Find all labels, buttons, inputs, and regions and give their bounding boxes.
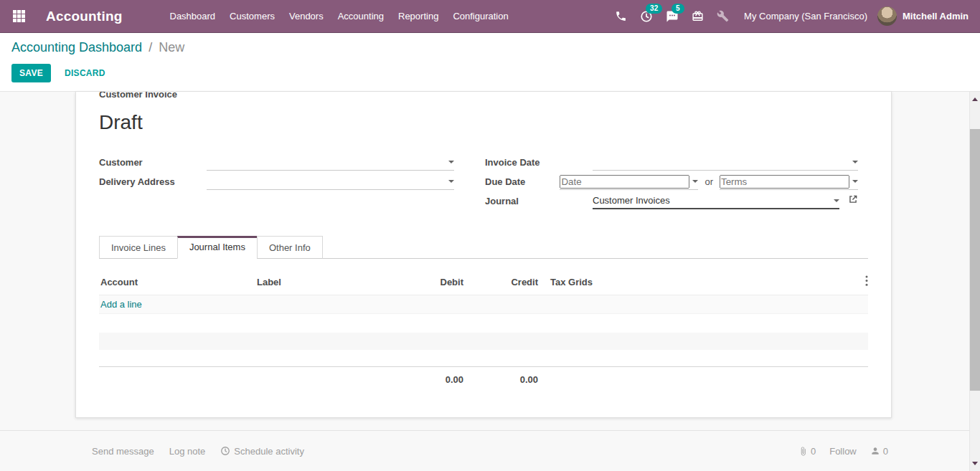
developer-tools-button[interactable]	[710, 10, 735, 22]
gift-icon	[692, 10, 704, 22]
journal-external-link-icon[interactable]	[848, 194, 858, 207]
menu-item-accounting[interactable]: Accounting	[331, 1, 391, 32]
invoice-date-field	[593, 154, 858, 171]
column-header-account: Account	[99, 277, 257, 287]
menu-item-configuration[interactable]: Configuration	[446, 1, 515, 32]
journal-input[interactable]	[593, 195, 831, 206]
delivery-address-field	[207, 173, 454, 190]
journal-dropdown-caret[interactable]	[834, 199, 839, 202]
payment-terms-dropdown-caret[interactable]	[852, 180, 858, 183]
customer-input[interactable]	[207, 157, 446, 168]
customer-dropdown-caret[interactable]	[448, 161, 454, 163]
app-name[interactable]: Accounting	[46, 9, 123, 24]
paperclip-icon	[798, 447, 808, 456]
notebook-tabs: Invoice Lines Journal Items Other Info	[99, 236, 868, 259]
customer-field	[207, 154, 454, 171]
optional-columns-kebab-icon[interactable]	[854, 275, 868, 288]
wrench-icon	[717, 10, 729, 22]
company-switcher[interactable]: My Company (San Francisco)	[744, 11, 867, 22]
total-debit: 0.00	[372, 374, 463, 385]
vertical-scrollbar	[969, 92, 980, 471]
total-credit: 0.00	[463, 374, 538, 385]
attachment-count: 0	[811, 446, 816, 457]
invoice-date-dropdown-caret[interactable]	[852, 161, 858, 163]
table-row: Add a line	[99, 295, 868, 314]
delivery-address-dropdown-caret[interactable]	[448, 180, 454, 183]
journal-field	[593, 193, 839, 209]
follow-button[interactable]: Follow	[829, 446, 857, 457]
systray: 32 5	[608, 10, 735, 23]
user-name: Mitchell Admin	[903, 11, 969, 22]
due-date-input[interactable]	[560, 175, 689, 189]
menu-item-customers[interactable]: Customers	[222, 1, 282, 32]
schedule-clock-icon	[220, 446, 230, 456]
journal-items-table: Account Label Debit Credit Tax Grids Add…	[99, 270, 868, 385]
table-header-row: Account Label Debit Credit Tax Grids	[99, 270, 868, 295]
person-icon	[870, 446, 880, 456]
chatter: Send message Log note Schedule activity …	[0, 430, 980, 471]
top-navbar: Accounting Dashboard Customers Vendors A…	[0, 0, 980, 33]
customer-field-label: Customer	[99, 157, 207, 171]
invoice-date-input[interactable]	[593, 157, 849, 168]
control-panel: Accounting Dashboard / New SAVE DISCARD	[0, 33, 980, 92]
totals-row: 0.00 0.00	[99, 367, 868, 385]
main-menu: Dashboard Customers Vendors Accounting R…	[163, 1, 516, 32]
save-button[interactable]: SAVE	[11, 64, 51, 82]
tab-journal-items[interactable]: Journal Items	[177, 236, 258, 259]
empty-row-striped	[99, 333, 868, 350]
column-header-debit: Debit	[372, 277, 463, 287]
follower-count: 0	[883, 446, 888, 457]
scrollbar-down-arrow[interactable]	[972, 462, 978, 465]
delivery-address-field-label: Delivery Address	[99, 176, 207, 190]
breadcrumb-separator: /	[149, 40, 152, 54]
column-header-credit: Credit	[463, 277, 538, 287]
journal-field-label: Journal	[485, 196, 593, 209]
scrollbar-up-arrow[interactable]	[972, 97, 978, 101]
user-menu[interactable]: Mitchell Admin	[877, 6, 969, 26]
breadcrumb: Accounting Dashboard / New	[11, 40, 980, 55]
column-header-tax-grids: Tax Grids	[538, 277, 854, 287]
attachments-button[interactable]: 0	[798, 446, 816, 457]
payment-terms-field	[720, 173, 858, 190]
menu-item-vendors[interactable]: Vendors	[282, 1, 331, 32]
form-view: Customer Invoice Draft Customer Delivery…	[0, 92, 980, 430]
rewards-button[interactable]	[685, 10, 710, 22]
payment-terms-input[interactable]	[720, 175, 849, 189]
due-date-field-label: Due Date	[485, 176, 560, 190]
add-a-line-link[interactable]: Add a line	[100, 299, 142, 310]
empty-row	[99, 314, 868, 333]
followers-button[interactable]: 0	[870, 446, 888, 457]
column-header-label: Label	[257, 277, 372, 287]
breadcrumb-current: New	[159, 40, 184, 54]
breadcrumb-parent-link[interactable]: Accounting Dashboard	[11, 40, 142, 54]
document-type-label: Customer Invoice	[99, 92, 868, 100]
tab-invoice-lines[interactable]: Invoice Lines	[99, 236, 178, 259]
messages-button[interactable]: 5	[659, 10, 685, 23]
empty-row	[99, 350, 868, 366]
menu-item-reporting[interactable]: Reporting	[391, 1, 446, 32]
apps-menu-icon[interactable]	[13, 10, 25, 22]
discard-button[interactable]: DISCARD	[65, 68, 105, 78]
log-note-button[interactable]: Log note	[169, 446, 206, 457]
due-date-field	[560, 173, 698, 190]
tab-other-info[interactable]: Other Info	[257, 236, 323, 259]
user-avatar	[877, 6, 897, 26]
voip-phone-button[interactable]	[608, 10, 633, 22]
activities-button[interactable]: 32	[633, 10, 659, 23]
message-count-badge: 5	[672, 4, 684, 14]
schedule-activity-button[interactable]: Schedule activity	[220, 446, 304, 457]
due-date-dropdown-caret[interactable]	[692, 180, 698, 183]
or-label: or	[705, 176, 713, 190]
send-message-button[interactable]: Send message	[92, 446, 154, 457]
invoice-sheet: Customer Invoice Draft Customer Delivery…	[75, 92, 892, 418]
phone-icon	[615, 10, 627, 22]
invoice-status-title: Draft	[99, 111, 868, 134]
scrollbar-thumb[interactable]	[970, 129, 980, 391]
invoice-date-field-label: Invoice Date	[485, 157, 593, 171]
delivery-address-input[interactable]	[207, 176, 446, 187]
menu-item-dashboard[interactable]: Dashboard	[163, 1, 223, 32]
